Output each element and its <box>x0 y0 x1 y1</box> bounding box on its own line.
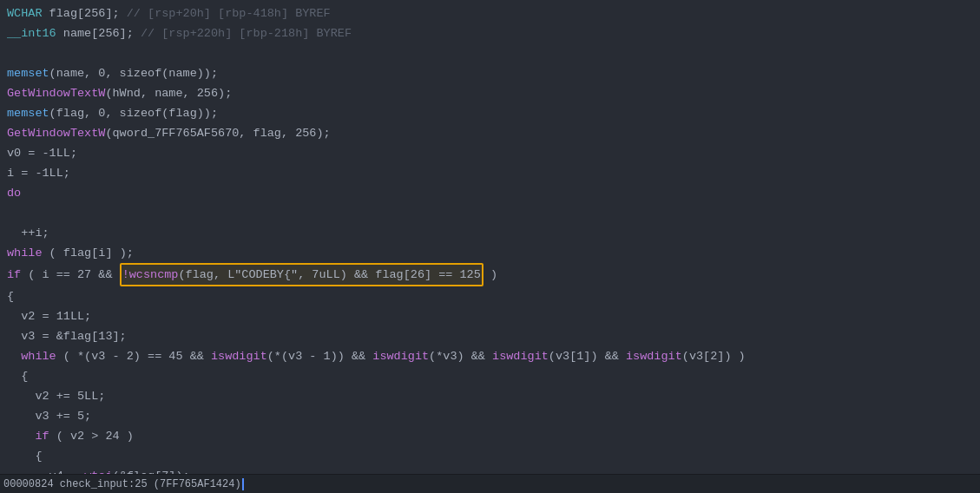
code-line-5: GetWindowTextW(hWnd, name, 256); <box>0 83 980 103</box>
cursor-indicator <box>242 478 244 490</box>
func-getwindowtextw-1: GetWindowTextW <box>7 83 105 103</box>
code-line-21: v3 += 5; <box>0 406 980 426</box>
keyword-if: if <box>7 265 21 285</box>
keyword-while-1: while <box>7 243 43 263</box>
keyword-do: do <box>7 183 21 203</box>
code-line-9: i = -1LL; <box>0 163 980 183</box>
code-line-22: if ( v2 > 24 ) <box>0 426 980 446</box>
func-iswdigit-1: iswdigit <box>211 346 267 366</box>
code-line-8: v0 = -1LL; <box>0 143 980 163</box>
keyword-if-2: if <box>7 426 49 446</box>
func-memset: memset <box>7 63 49 83</box>
func-getwindowtextw-2: GetWindowTextW <box>7 123 105 143</box>
code-line-23: { <box>0 446 980 466</box>
code-line-4: memset(name, 0, sizeof(name)); <box>0 63 980 83</box>
func-wcsncmp: !wcsncmp <box>122 268 179 281</box>
func-iswdigit-4: iswdigit <box>626 346 682 366</box>
status-address: 00000824 <box>3 478 54 490</box>
keyword-int16: __int16 <box>7 23 63 43</box>
code-line-1: WCHAR flag[256]; // [rsp+20h] [rbp-418h]… <box>0 3 980 23</box>
code-line-2: __int16 name[256]; // [rsp+220h] [rbp-21… <box>0 23 980 43</box>
code-line-3 <box>0 43 980 63</box>
code-line-11 <box>0 203 980 223</box>
status-separator-1 <box>54 478 60 490</box>
code-line-15: { <box>0 286 980 306</box>
status-offset: (7FF765AF1424) <box>154 478 241 490</box>
func-iswdigit-3: iswdigit <box>492 346 549 366</box>
status-bar: 00000824 check_input:25 (7FF765AF1424) <box>0 474 980 493</box>
code-line-6: memset(flag, 0, sizeof(flag)); <box>0 103 980 123</box>
code-line-10: do <box>0 183 980 203</box>
func-memset-2: memset <box>7 103 49 123</box>
code-line-12: ++i; <box>0 223 980 243</box>
code-line-16: v2 = 11LL; <box>0 306 980 326</box>
status-separator-2 <box>148 478 154 490</box>
status-function: check_input:25 <box>60 478 148 490</box>
keyword-wchar: WCHAR <box>7 3 49 23</box>
keyword-while-2: while <box>7 346 56 366</box>
code-line-7: GetWindowTextW(qword_7FF765AF5670, flag,… <box>0 123 980 143</box>
code-line-14: if ( i == 27 && !wcsncmp(flag, L"CODEBY{… <box>0 263 980 286</box>
highlight-region: !wcsncmp(flag, L"CODEBY{", 7uLL) && flag… <box>120 263 483 286</box>
code-line-19: { <box>0 366 980 386</box>
code-line-17: v3 = &flag[13]; <box>0 326 980 346</box>
func-iswdigit-2: iswdigit <box>372 346 429 366</box>
code-line-18: while ( *(v3 - 2) == 45 && iswdigit(*(v3… <box>0 346 980 366</box>
code-line-13: while ( flag[i] ); <box>0 243 980 263</box>
code-line-20: v2 += 5LL; <box>0 386 980 406</box>
code-editor: WCHAR flag[256]; // [rsp+20h] [rbp-418h]… <box>0 0 980 493</box>
